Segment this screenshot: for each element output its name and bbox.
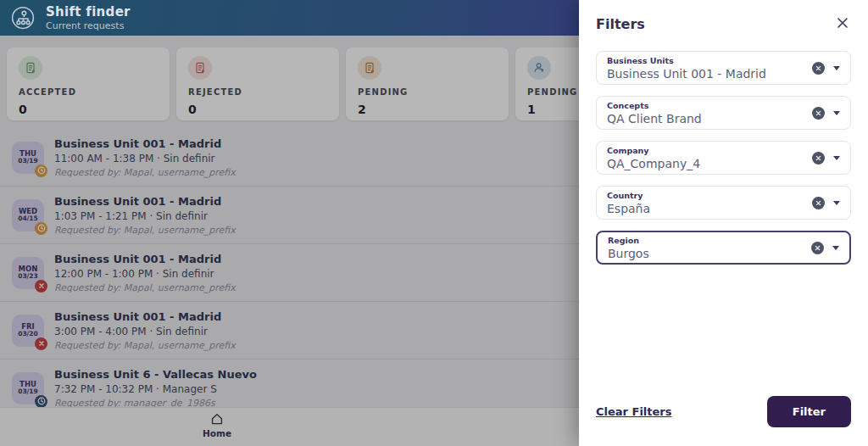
close-icon[interactable] bbox=[834, 15, 851, 32]
filter-field-concepts[interactable]: Concepts QA Client Brand bbox=[596, 96, 851, 130]
filter-field-value: España bbox=[607, 202, 650, 215]
filter-field-business-units[interactable]: Business Units Business Unit 001 - Madri… bbox=[596, 51, 851, 85]
clear-filters-link[interactable]: Clear Filters bbox=[596, 405, 672, 418]
filter-field-value: Burgos bbox=[608, 247, 649, 260]
clear-selection-icon[interactable] bbox=[812, 62, 825, 75]
filters-panel: Filters Business Units Business Unit 001… bbox=[579, 0, 868, 446]
filter-field-region[interactable]: Region Burgos bbox=[596, 231, 851, 265]
filter-field-company[interactable]: Company QA_Company_4 bbox=[596, 141, 851, 175]
filter-fields: Business Units Business Unit 001 - Madri… bbox=[596, 51, 851, 265]
filter-field-label: Region bbox=[608, 236, 649, 245]
chevron-down-icon[interactable] bbox=[832, 246, 839, 250]
filter-field-label: Concepts bbox=[607, 101, 702, 110]
chevron-down-icon[interactable] bbox=[833, 111, 840, 115]
filter-field-value: Business Unit 001 - Madrid bbox=[607, 67, 766, 81]
filter-button[interactable]: Filter bbox=[767, 396, 851, 427]
filter-field-value: QA Client Brand bbox=[607, 112, 702, 125]
filters-panel-footer: Clear Filters Filter bbox=[596, 396, 851, 431]
filters-panel-header: Filters bbox=[596, 15, 851, 32]
filters-title: Filters bbox=[596, 16, 645, 32]
filter-field-country[interactable]: Country España bbox=[596, 186, 851, 220]
hierarchy-logo-icon bbox=[10, 5, 36, 31]
filter-field-value: QA_Company_4 bbox=[607, 157, 700, 170]
header-text: Shift finder Current requests bbox=[46, 4, 131, 31]
page-title: Shift finder bbox=[46, 4, 131, 20]
clear-selection-icon[interactable] bbox=[812, 107, 825, 120]
chevron-down-icon[interactable] bbox=[833, 156, 840, 160]
clear-selection-icon[interactable] bbox=[812, 152, 825, 164]
filter-field-label: Company bbox=[607, 146, 700, 155]
filter-field-label: Country bbox=[607, 191, 650, 200]
filter-field-label: Business Units bbox=[607, 56, 766, 65]
page-subtitle: Current requests bbox=[46, 20, 131, 31]
chevron-down-icon[interactable] bbox=[833, 201, 840, 205]
clear-selection-icon[interactable] bbox=[811, 242, 824, 254]
clear-selection-icon[interactable] bbox=[812, 197, 825, 209]
screen: Shift finder Current requests ACCEPTED 0 bbox=[0, 0, 868, 446]
chevron-down-icon[interactable] bbox=[833, 66, 840, 70]
